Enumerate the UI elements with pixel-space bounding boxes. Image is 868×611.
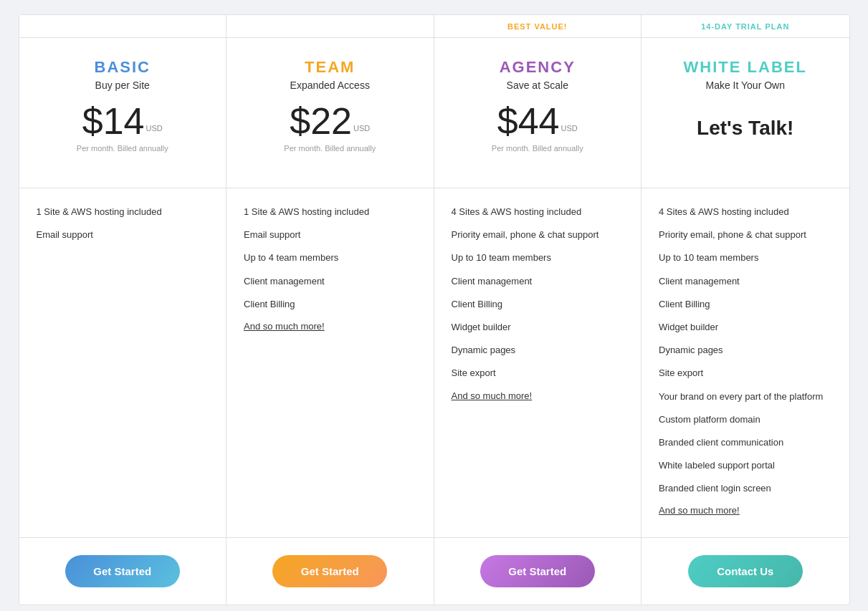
plan-col-agency: BEST VALUE!AGENCYSave at Scale$44USDPer … [434,15,642,605]
plan-features-whitelabel: 4 Sites & AWS hosting includedPriority e… [642,188,849,538]
feature-item: Your brand on every part of the platform [659,390,832,403]
price-dollar-agency: $44 [497,102,560,140]
price-billing-team: Per month. Billed annually [284,144,376,153]
feature-item: Priority email, phone & chat support [659,228,832,241]
plan-header-team: TEAMExpanded Access$22USDPer month. Bill… [226,38,434,188]
feature-item: 1 Site & AWS hosting included [37,206,209,218]
badge-basic [19,15,226,38]
price-usd-basic: USD [146,124,163,133]
plan-header-basic: BASICBuy per Site$14USDPer month. Billed… [19,38,226,188]
plan-subtitle-agency: Save at Scale [507,80,568,91]
feature-item: Up to 10 team members [659,251,832,264]
plan-price-wrap-basic: $14USD [82,102,163,140]
plan-price-wrap-team: $22USD [290,102,370,140]
cta-button-whitelabel[interactable]: Contact Us [688,555,803,587]
plan-features-agency: 4 Sites & AWS hosting includedPriority e… [434,188,642,538]
feature-item: Dynamic pages [659,344,832,357]
feature-item: Widget builder [659,321,832,334]
feature-item: Up to 4 team members [244,251,416,264]
lets-talk-whitelabel: Let's Talk! [697,117,793,140]
plan-name-whitelabel: WHITE LABEL [684,58,807,77]
feature-item: Email support [37,228,209,241]
feature-item: Client Billing [659,298,832,311]
plan-footer-basic: Get Started [19,538,226,605]
feature-item: Custom platform domain [659,413,832,426]
plan-footer-team: Get Started [226,538,434,605]
price-dollar-team: $22 [290,102,352,140]
feature-item: Client Billing [452,298,624,311]
plan-header-agency: AGENCYSave at Scale$44USDPer month. Bill… [434,38,642,188]
more-link-whitelabel[interactable]: And so much more! [659,505,832,516]
plan-footer-agency: Get Started [434,538,642,605]
feature-item: White labeled support portal [659,459,832,472]
price-usd-team: USD [353,124,370,133]
feature-item: Branded client communication [659,436,832,449]
badge-team [226,15,434,38]
more-link-agency[interactable]: And so much more! [452,390,624,401]
plan-features-basic: 1 Site & AWS hosting includedEmail suppo… [19,188,226,538]
plan-subtitle-team: Expanded Access [290,80,370,91]
plan-col-whitelabel: 14-DAY TRIAL PLANWHITE LABELMake It Your… [642,15,849,605]
feature-item: 4 Sites & AWS hosting included [452,206,624,218]
feature-item: Client management [452,275,624,288]
feature-item: Client management [244,275,416,288]
plan-col-basic: BASICBuy per Site$14USDPer month. Billed… [19,15,227,605]
plan-name-basic: BASIC [95,58,151,77]
feature-item: 4 Sites & AWS hosting included [659,206,832,218]
feature-item: Priority email, phone & chat support [452,228,624,241]
badge-whitelabel: 14-DAY TRIAL PLAN [642,15,849,38]
cta-button-agency[interactable]: Get Started [480,555,595,587]
pricing-table: BASICBuy per Site$14USDPer month. Billed… [19,14,850,605]
badge-agency: BEST VALUE! [434,15,642,38]
feature-item: Widget builder [452,321,624,334]
price-usd-agency: USD [561,124,578,133]
plan-name-agency: AGENCY [500,58,576,77]
plan-subtitle-basic: Buy per Site [95,80,150,91]
plan-features-team: 1 Site & AWS hosting includedEmail suppo… [226,188,434,538]
plan-price-wrap-agency: $44USD [497,102,578,140]
plan-name-team: TEAM [305,58,355,77]
feature-item: Dynamic pages [452,344,624,357]
feature-item: Branded client login screen [659,482,832,495]
cta-button-basic[interactable]: Get Started [65,555,180,587]
plan-col-team: TEAMExpanded Access$22USDPer month. Bill… [226,15,434,605]
feature-item: Up to 10 team members [452,251,624,264]
more-link-team[interactable]: And so much more! [244,321,416,332]
feature-item: Client Billing [244,298,416,311]
plan-header-whitelabel: WHITE LABELMake It Your OwnLet's Talk! [642,38,849,188]
price-dollar-basic: $14 [82,102,145,140]
feature-item: Site export [659,367,832,380]
plan-footer-whitelabel: Contact Us [642,538,849,605]
feature-item: Client management [659,275,832,288]
cta-button-team[interactable]: Get Started [272,555,387,587]
feature-item: Email support [244,228,416,241]
price-billing-basic: Per month. Billed annually [77,144,168,153]
price-billing-agency: Per month. Billed annually [492,144,583,153]
feature-item: Site export [452,367,624,380]
feature-item: 1 Site & AWS hosting included [244,206,416,218]
plan-subtitle-whitelabel: Make It Your Own [705,80,785,91]
